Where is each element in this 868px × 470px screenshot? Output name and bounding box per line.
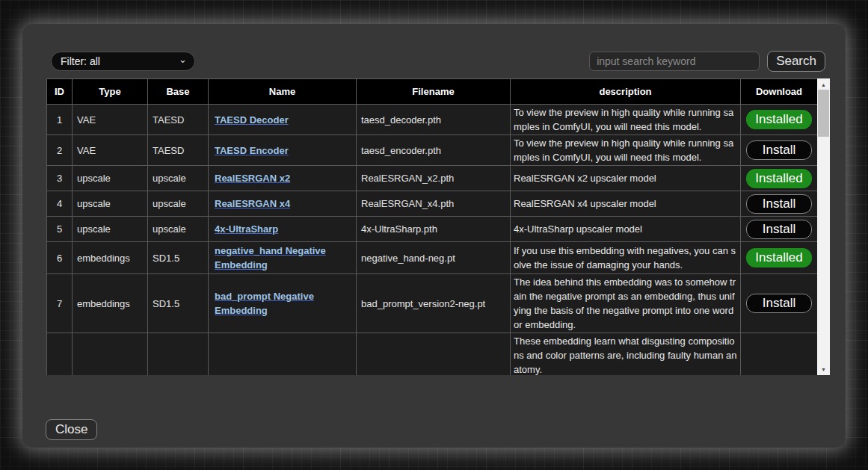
table-row: 1 VAE TAESD TAESD Decoder taesd_decoder.… <box>47 105 818 135</box>
install-button[interactable]: Install <box>746 294 812 313</box>
filter-select[interactable]: Filter: all ⌄ <box>51 52 195 71</box>
cell-base: TAESD <box>148 135 209 166</box>
model-name-link[interactable]: 4x-UltraSharp <box>215 223 278 235</box>
cell-filename: taesd_decoder.pth <box>357 105 511 135</box>
model-name-link[interactable]: RealESRGAN x2 <box>215 173 290 184</box>
cell-download: Install <box>741 191 818 217</box>
cell-description: The idea behind this embedding was to so… <box>511 274 741 333</box>
cell-type: embeddings <box>73 274 148 333</box>
cell-name: TAESD Decoder <box>209 105 357 135</box>
cell-download: Install <box>741 135 818 166</box>
table-row: 5 upscale upscale 4x-UltraSharp 4x-Ultra… <box>47 217 818 242</box>
install-models-dialog: Filter: all ⌄ Search ID Type Base <box>22 24 846 448</box>
col-header-download: Download <box>741 79 818 105</box>
col-header-filename: Filename <box>357 79 511 105</box>
cell-filename: bad_prompt_version2-neg.pt <box>357 274 511 333</box>
cell-base: upscale <box>148 217 209 242</box>
cell-base: SD1.5 <box>148 274 209 333</box>
model-name-link[interactable]: negative_hand Negative Embedding <box>215 245 326 270</box>
cell-name: negative_hand Negative Embedding <box>209 242 357 274</box>
cell-type: upscale <box>73 191 148 217</box>
cell-name: bad_prompt Negative Embedding <box>209 274 357 333</box>
cell-name: RealESRGAN x4 <box>209 191 357 217</box>
cell-download: Install <box>741 217 818 242</box>
close-button[interactable]: Close <box>46 419 97 440</box>
cell-type: VAE <box>73 105 148 135</box>
cell-base: TAESD <box>148 105 209 135</box>
models-table-viewport: ID Type Base Name Filename description D… <box>46 78 817 375</box>
install-button[interactable]: Install <box>746 194 812 214</box>
cell-filename: negative_hand-neg.pt <box>357 242 511 274</box>
cell-base: upscale <box>148 191 209 217</box>
install-button[interactable]: Installed <box>746 110 812 129</box>
cell-filename: 4x-UltraSharp.pth <box>357 217 511 242</box>
cell-id: 1 <box>47 105 73 135</box>
cell-description: To view the preview in high quality whil… <box>511 105 741 135</box>
cell-name: RealESRGAN x2 <box>209 166 357 191</box>
cell-type: upscale <box>73 166 148 191</box>
cell-download: Installed <box>741 105 818 135</box>
install-button[interactable]: Install <box>746 140 812 160</box>
cell-id: 6 <box>47 242 73 274</box>
cell-download: Install <box>741 274 818 333</box>
col-header-id: ID <box>47 79 73 105</box>
filter-select-value: Filter: all <box>61 55 100 67</box>
cell-name: 4x-UltraSharp <box>209 217 357 242</box>
install-button[interactable]: Install <box>746 220 812 239</box>
cell-type <box>73 333 148 376</box>
cell-filename: RealESRGAN_x2.pth <box>357 166 511 191</box>
table-body: 1 VAE TAESD TAESD Decoder taesd_decoder.… <box>47 105 818 376</box>
dialog-toolbar: Filter: all ⌄ Search <box>51 51 825 72</box>
search-input[interactable] <box>589 52 760 71</box>
cell-download <box>741 333 818 376</box>
cell-filename: RealESRGAN_x4.pth <box>357 191 511 217</box>
table-header-row: ID Type Base Name Filename description D… <box>47 79 818 105</box>
cell-description: If you use this embedding with negatives… <box>511 242 741 274</box>
model-name-link[interactable]: RealESRGAN x4 <box>215 198 290 209</box>
chevron-down-icon: ⌄ <box>179 56 187 64</box>
cell-id: 7 <box>47 274 73 333</box>
comfyui-canvas: { "dialog": { "filter": { "selected": "F… <box>0 0 868 470</box>
cell-filename <box>357 333 511 376</box>
cell-description: RealESRGAN x4 upscaler model <box>511 191 741 217</box>
cell-id: 5 <box>47 217 73 242</box>
cell-name <box>209 333 357 376</box>
table-row: These embedding learn what disgusting co… <box>47 333 818 376</box>
search-button[interactable]: Search <box>767 51 825 72</box>
cell-id: 4 <box>47 191 73 217</box>
cell-description: To view the preview in high quality whil… <box>511 135 741 166</box>
cell-id <box>47 333 73 376</box>
cell-base: upscale <box>148 166 209 191</box>
scrollbar-down-icon[interactable]: ▼ <box>817 363 830 375</box>
install-button[interactable]: Installed <box>746 169 812 188</box>
model-name-link[interactable]: TAESD Decoder <box>215 114 289 126</box>
cell-description: RealESRGAN x2 upscaler model <box>511 166 741 191</box>
model-name-link[interactable]: bad_prompt Negative Embedding <box>215 291 314 316</box>
cell-download: Installed <box>741 242 818 274</box>
table-row: 4 upscale upscale RealESRGAN x4 RealESRG… <box>47 191 818 217</box>
cell-base <box>148 333 209 376</box>
table-row: 7 embeddings SD1.5 bad_prompt Negative E… <box>47 274 818 333</box>
cell-description: 4x-UltraSharp upscaler model <box>511 217 741 242</box>
cell-type: upscale <box>73 217 148 242</box>
model-name-link[interactable]: TAESD Encoder <box>215 145 289 156</box>
cell-id: 3 <box>47 166 73 191</box>
cell-type: VAE <box>73 135 148 166</box>
search-area: Search <box>589 51 825 72</box>
table-row: 2 VAE TAESD TAESD Encoder taesd_encoder.… <box>47 135 818 166</box>
scrollbar-thumb[interactable] <box>818 90 829 137</box>
cell-name: TAESD Encoder <box>209 135 357 166</box>
table-scrollbar[interactable]: ▲ ▼ <box>817 78 830 375</box>
table-row: 3 upscale upscale RealESRGAN x2 RealESRG… <box>47 166 818 191</box>
col-header-name: Name <box>209 79 357 105</box>
col-header-type: Type <box>73 79 148 105</box>
scrollbar-up-icon[interactable]: ▲ <box>817 78 830 90</box>
install-button[interactable]: Installed <box>746 248 812 268</box>
cell-type: embeddings <box>73 242 148 274</box>
models-table-zone: ID Type Base Name Filename description D… <box>46 78 846 375</box>
table-row: 6 embeddings SD1.5 negative_hand Negativ… <box>47 242 818 274</box>
cell-description: These embedding learn what disgusting co… <box>511 333 741 376</box>
cell-filename: taesd_encoder.pth <box>357 135 511 166</box>
cell-download: Installed <box>741 166 818 191</box>
cell-id: 2 <box>47 135 73 166</box>
